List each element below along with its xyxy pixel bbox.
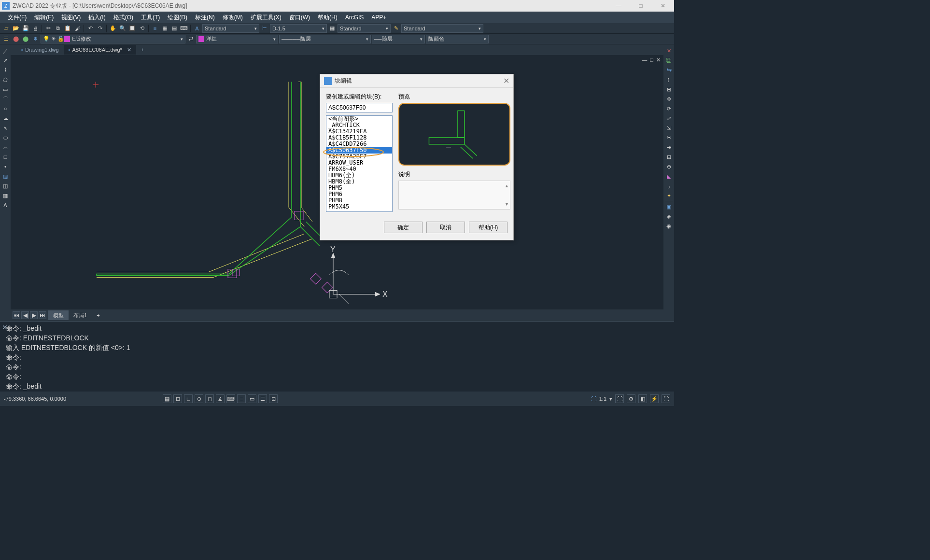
block-list[interactable]: <当前图形> _ARCHTICK A$C134219EA A$C1B5F1128… xyxy=(326,115,393,212)
explode-icon[interactable]: ✦ xyxy=(664,191,673,200)
tool-2-icon[interactable]: ◈ xyxy=(664,212,673,221)
layout-tab-add[interactable]: + xyxy=(92,310,104,320)
viewport-minimize-icon[interactable]: — xyxy=(642,57,647,63)
block-icon[interactable]: □ xyxy=(1,153,10,161)
table-icon[interactable]: ▦ xyxy=(1,191,10,200)
close-button[interactable]: ✕ xyxy=(652,0,674,12)
designcenter-icon[interactable]: ▦ xyxy=(160,24,169,33)
chamfer-icon[interactable]: ◣ xyxy=(664,172,673,181)
stretch-icon[interactable]: ⇲ xyxy=(664,124,673,132)
move-icon[interactable]: ✥ xyxy=(664,95,673,103)
erase-icon[interactable]: ✕ xyxy=(664,46,673,55)
color-select[interactable]: 洋红 ▾ xyxy=(196,35,278,43)
ellipse-icon[interactable]: ⬭ xyxy=(1,133,10,142)
extend-icon[interactable]: ⇥ xyxy=(664,143,673,152)
ellipse-arc-icon[interactable]: ⌓ xyxy=(1,143,10,152)
zoom-icon[interactable]: 🔍 xyxy=(118,24,127,33)
block-option[interactable]: PM5X45 xyxy=(326,204,392,210)
ok-button[interactable]: 确定 xyxy=(384,222,423,233)
clean-icon[interactable]: ⛶ xyxy=(662,394,670,403)
textstyle-icon[interactable]: A xyxy=(193,24,201,33)
ray-icon[interactable]: ↗ xyxy=(1,56,10,65)
dimstyle-icon[interactable]: ⊢ xyxy=(260,24,269,33)
dialog-close-button[interactable]: ✕ xyxy=(503,76,509,85)
menu-express[interactable]: 扩展工具(X) xyxy=(247,12,285,23)
add-tab-button[interactable]: + xyxy=(136,45,146,55)
menu-window[interactable]: 窗口(W) xyxy=(285,12,314,23)
menu-view[interactable]: 视图(V) xyxy=(57,12,85,23)
layer-off-icon[interactable]: ⬤ xyxy=(12,35,20,43)
polygon-icon[interactable]: ⬠ xyxy=(1,75,10,84)
arc-icon[interactable]: ⌒ xyxy=(1,95,10,103)
ortho-icon[interactable]: ∟ xyxy=(184,394,193,403)
dim-style-select[interactable]: D-1.5▾ xyxy=(270,24,327,33)
spin-down-icon[interactable]: ▼ xyxy=(505,201,509,207)
region-icon[interactable]: ◫ xyxy=(1,182,10,190)
layer-match-icon[interactable]: ⇄ xyxy=(186,35,195,43)
menu-edit[interactable]: 编辑(E) xyxy=(30,12,57,23)
lwt-icon[interactable]: ≡ xyxy=(237,394,246,403)
point-icon[interactable]: • xyxy=(1,162,10,171)
table-style-select[interactable]: Standard▾ xyxy=(338,24,391,33)
description-box[interactable]: ▲ ▼ xyxy=(398,181,510,210)
layout-first-icon[interactable]: ⏮ xyxy=(13,311,20,319)
offset-icon[interactable]: ⫿ xyxy=(664,75,673,84)
ws-icon[interactable]: ⚙ xyxy=(627,394,635,403)
redo-icon[interactable]: ↷ xyxy=(96,24,104,33)
spin-up-icon[interactable]: ▲ xyxy=(505,183,509,189)
paste-icon[interactable]: 📋 xyxy=(63,24,72,33)
mtext-icon[interactable]: A xyxy=(1,201,10,210)
undo-icon[interactable]: ↶ xyxy=(86,24,95,33)
matchprop-icon[interactable]: 🖌 xyxy=(73,24,82,33)
layer-manager-icon[interactable]: ☰ xyxy=(2,35,11,43)
iso-icon[interactable]: ◧ xyxy=(638,394,647,403)
fillet-icon[interactable]: ◞ xyxy=(664,182,673,190)
open-icon[interactable]: 📂 xyxy=(12,24,20,33)
save-icon[interactable]: 💾 xyxy=(21,24,30,33)
annotation-scale-value[interactable]: 1:1 xyxy=(599,396,606,402)
zoom-window-icon[interactable]: 🔲 xyxy=(128,24,137,33)
minimize-button[interactable]: — xyxy=(607,0,630,12)
snap-icon[interactable]: ▦ xyxy=(163,394,171,403)
break-icon[interactable]: ⊟ xyxy=(664,153,673,161)
text-style-select[interactable]: Standard▾ xyxy=(202,24,259,33)
layout-tab-1[interactable]: 布局1 xyxy=(69,310,92,320)
dialog-titlebar[interactable]: 块编辑 ✕ xyxy=(320,74,513,88)
lineweight-select[interactable]: ── 随层 ▾ xyxy=(372,35,425,43)
circle-icon[interactable]: ○ xyxy=(1,104,10,113)
layout-prev-icon[interactable]: ◀ xyxy=(21,311,29,319)
cancel-button[interactable]: 取消 xyxy=(426,222,465,233)
calc-icon[interactable]: ⌨ xyxy=(180,24,188,33)
scale-dropdown-icon[interactable]: ▾ xyxy=(609,396,612,402)
rotate-icon[interactable]: ⟳ xyxy=(664,104,673,113)
cmd-close-icon[interactable]: ✕ xyxy=(2,323,8,331)
tablestyle-icon[interactable]: ▦ xyxy=(328,24,337,33)
close-tab-icon[interactable]: ✕ xyxy=(127,47,131,53)
menu-dimension[interactable]: 标注(N) xyxy=(191,12,219,23)
rectangle-icon[interactable]: ▭ xyxy=(1,85,10,94)
layer-freeze-icon[interactable]: ❄ xyxy=(31,35,40,43)
mleaderstyle-icon[interactable]: ✎ xyxy=(392,24,400,33)
spline-icon[interactable]: ∿ xyxy=(1,124,10,132)
menu-draw[interactable]: 绘图(D) xyxy=(164,12,191,23)
hwaccel-icon[interactable]: ⚡ xyxy=(650,394,659,403)
array-icon[interactable]: ⊞ xyxy=(664,85,673,94)
polar-icon[interactable]: ⊙ xyxy=(195,394,203,403)
tool-1-icon[interactable]: ▣ xyxy=(664,202,673,211)
menu-appplus[interactable]: APP+ xyxy=(367,12,390,23)
menu-modify[interactable]: 修改(M) xyxy=(219,12,247,23)
annotation-scale-icon[interactable]: ⛶ xyxy=(591,396,596,402)
menu-format[interactable]: 格式(O) xyxy=(110,12,137,23)
linetype-select[interactable]: ───── 随层 ▾ xyxy=(279,35,371,43)
annoscale-icon[interactable]: ⛶ xyxy=(615,394,624,403)
qp-icon[interactable]: ☰ xyxy=(258,394,267,403)
revcloud-icon[interactable]: ☁ xyxy=(1,114,10,123)
osnap-icon[interactable]: ◻ xyxy=(205,394,214,403)
polyline-icon[interactable]: ⌇ xyxy=(1,66,10,74)
scale-icon[interactable]: ⤢ xyxy=(664,114,673,123)
join-icon[interactable]: ⊕ xyxy=(664,162,673,171)
new-icon[interactable]: ▱ xyxy=(2,24,11,33)
otrack-icon[interactable]: ∡ xyxy=(216,394,225,403)
layer-select[interactable]: 💡 ☀ 🔓 E版修改 ▾ xyxy=(41,35,185,43)
plotstyle-select[interactable]: 随颜色 ▾ xyxy=(426,35,489,43)
